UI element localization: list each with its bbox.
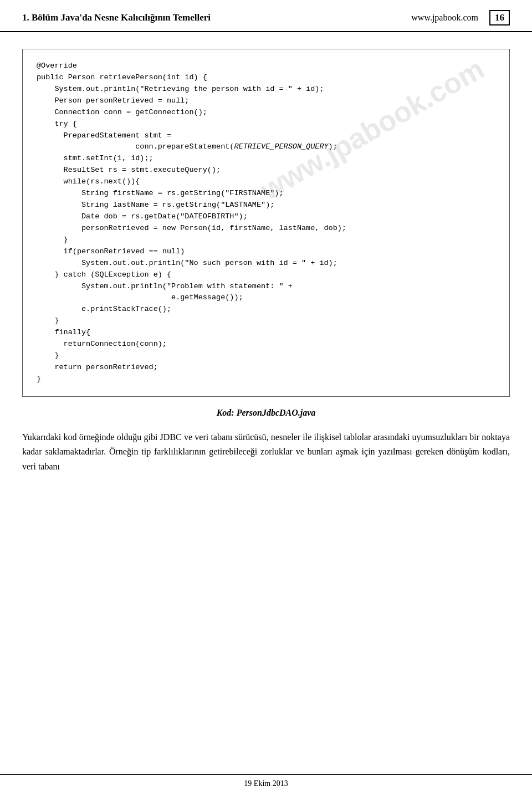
code-block: @Override public Person retrievePerson(i… — [22, 49, 510, 397]
page-number: 16 — [489, 10, 510, 25]
header-title: 1. Bölüm Java'da Nesne Kalıcılığının Tem… — [22, 12, 211, 23]
code-content: @Override public Person retrievePerson(i… — [37, 60, 495, 385]
header-right: www.jpabook.com 16 — [411, 10, 510, 25]
code-caption: Kod: PersonJdbcDAO.java — [22, 408, 510, 418]
page-footer: 19 Ekim 2013 — [0, 774, 532, 788]
header-url: www.jpabook.com — [411, 13, 478, 23]
body-paragraph-1: Yukarıdaki kod örneğinde olduğu gibi JDB… — [22, 430, 510, 474]
main-content: www.jpabook.com @Override public Person … — [0, 32, 532, 485]
page-header: 1. Bölüm Java'da Nesne Kalıcılığının Tem… — [0, 0, 532, 32]
page-container: 1. Bölüm Java'da Nesne Kalıcılığının Tem… — [0, 0, 532, 802]
footer-date: 19 Ekim 2013 — [244, 779, 288, 788]
